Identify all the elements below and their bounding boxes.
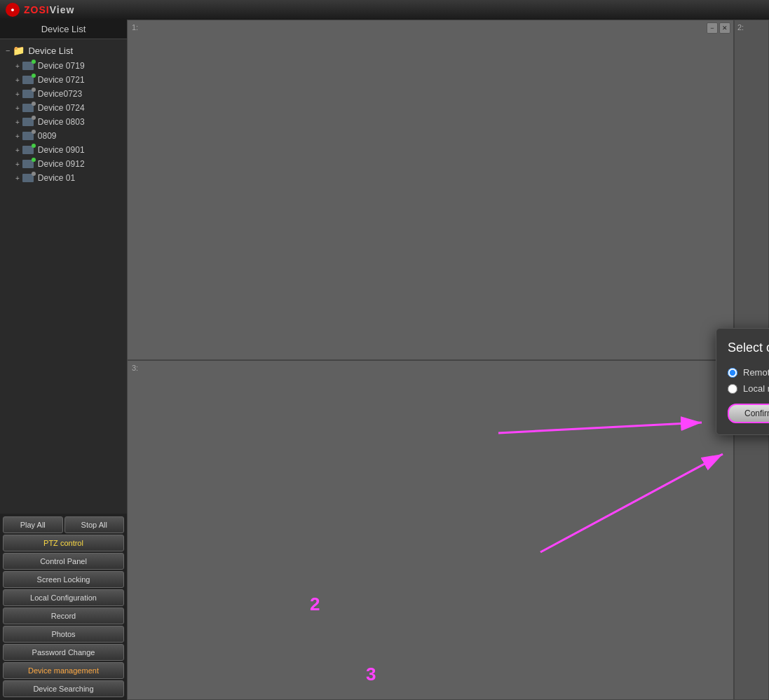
device-tree[interactable]: − 📁 Device List + Device 0719 + Device 0… (0, 39, 127, 514)
content-area: 1: − ✕ 2: 3: 2 3 (127, 20, 769, 700)
device-status-icon (22, 160, 34, 168)
local-record-radio[interactable] (728, 384, 737, 394)
sidebar-item-device-0719[interactable]: + Device 0719 (0, 59, 127, 73)
titlebar: ● ZOSIView (0, 0, 769, 20)
logo-icon: ● (6, 3, 20, 17)
password-change-button[interactable]: Password Change (3, 644, 124, 661)
main-layout: Device List − 📁 Device List + Device 071… (0, 20, 769, 700)
sidebar-item-device-0724[interactable]: + Device 0724 (0, 101, 127, 115)
collapse-icon: − (6, 46, 10, 55)
remote-record-radio[interactable] (728, 368, 737, 378)
remote-record-label: Remote record (743, 367, 769, 378)
tree-root-device-list[interactable]: − 📁 Device List (0, 42, 127, 59)
control-panel-button[interactable]: Control Panel (3, 553, 124, 570)
device-status-icon (22, 174, 34, 182)
sidebar: Device List − 📁 Device List + Device 071… (0, 20, 127, 700)
sidebar-bottom: Play All Stop All PTZ control Control Pa… (0, 514, 127, 700)
confirm-button[interactable]: Confirm (728, 404, 769, 423)
sidebar-item-device-0803[interactable]: + Device 0803 (0, 115, 127, 129)
device-status-icon (22, 118, 34, 126)
sidebar-item-device-0721[interactable]: + Device 0721 (0, 73, 127, 87)
sidebar-item-device-0723[interactable]: + Device0723 (0, 87, 127, 101)
device-status-icon (22, 104, 34, 112)
device-searching-button[interactable]: Device Searching (3, 680, 124, 697)
device-status-icon (22, 76, 34, 84)
modal-overlay: Select operation type Remote record Loca… (127, 20, 769, 700)
modal-title: Select operation type (728, 340, 769, 356)
local-record-option[interactable]: Local record (728, 383, 769, 394)
app-logo: ● ZOSIView (6, 3, 74, 17)
folder-icon: 📁 (13, 45, 25, 56)
app-title: ZOSIView (24, 4, 74, 15)
device-status-icon (22, 146, 34, 154)
device-status-icon (22, 62, 34, 70)
device-status-icon (22, 90, 34, 98)
local-configuration-button[interactable]: Local Configuration (3, 589, 124, 606)
device-management-button[interactable]: Device management (3, 662, 124, 679)
stop-all-button[interactable]: Stop All (64, 516, 125, 533)
sidebar-header: Device List (0, 20, 127, 39)
local-record-label: Local record (743, 383, 769, 394)
modal-dialog: Select operation type Remote record Loca… (716, 328, 769, 435)
remote-record-option[interactable]: Remote record (728, 367, 769, 378)
ptz-control-button[interactable]: PTZ control (3, 535, 124, 551)
sidebar-item-device-0912[interactable]: + Device 0912 (0, 157, 127, 171)
sidebar-item-device-01[interactable]: + Device 01 (0, 171, 127, 185)
device-status-icon (22, 132, 34, 140)
modal-buttons: Confirm Cancel (728, 404, 769, 423)
play-stop-row: Play All Stop All (3, 516, 124, 533)
sidebar-item-0809[interactable]: + 0809 (0, 129, 127, 143)
photos-button[interactable]: Photos (3, 626, 124, 643)
screen-locking-button[interactable]: Screen Locking (3, 571, 124, 588)
record-button[interactable]: Record (3, 608, 124, 624)
play-all-button[interactable]: Play All (3, 516, 63, 533)
sidebar-item-device-0901[interactable]: + Device 0901 (0, 143, 127, 157)
